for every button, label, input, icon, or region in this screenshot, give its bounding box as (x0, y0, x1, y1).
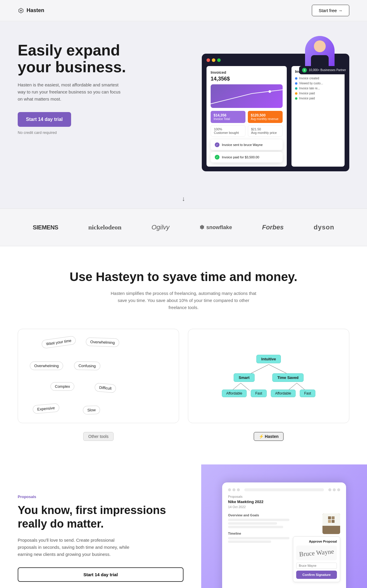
mockup-section1: Overview and Goals (228, 513, 289, 517)
svg-line-5 (269, 364, 286, 373)
logo-icon (18, 7, 24, 14)
mockup-left-content: Overview and Goals Timeline (228, 513, 289, 586)
stat-row: $14,356 Invoice Total $120,500 Avg month… (211, 111, 283, 123)
tag-overwhelming-1: Overwhelming (86, 337, 119, 347)
signature-input[interactable] (296, 563, 337, 569)
tree-diagram: Intuitive Smart Time Saved (222, 355, 316, 397)
tree-root: Intuitive (256, 355, 281, 363)
mockup-dots-sm (228, 488, 340, 491)
stat-small-row: 100% Customer bought $21.50 Avg monthly … (211, 125, 283, 137)
track-item-3: Invoice late re... (295, 87, 341, 90)
mock-line-2 (228, 522, 277, 525)
middle-title: Use Hasteyn to syave time and money. (18, 270, 349, 284)
invoice-tracker: Invoice Tracker Invoice created Viewed b… (291, 66, 345, 167)
chart-area (211, 84, 283, 108)
brand-snowflake: ❄ snowflake (199, 224, 232, 231)
hero-title: Easily expand your business. (18, 42, 142, 75)
hero-left: Easily expand your business. Hasten is t… (18, 42, 142, 135)
approve-card: Approve Proposal Bruce Wayne Confirm Sig… (293, 536, 340, 582)
mock-url-bar (244, 488, 324, 491)
business-badge: $ 10,000+ Businesses Partner (299, 66, 349, 74)
comparison-labels: Other tools ⚡ Hasten (18, 432, 349, 441)
arrow-down: ↓ (0, 189, 367, 208)
hasten-card: Intuitive Smart Time Saved (188, 329, 349, 423)
start-free-button[interactable]: Start free → (312, 5, 349, 16)
hero-cta-button[interactable]: Start 14 day trial (18, 112, 71, 127)
mock-dot-6 (337, 488, 340, 491)
brand-forbes: Forbes (262, 224, 284, 231)
tag-difficult: Difficult (94, 383, 117, 393)
hasten-logo-icon: ⚡ (259, 434, 265, 439)
tree-fast-2: Fast (300, 390, 315, 397)
mockup-title: Nike Maekting 2022 (228, 500, 340, 504)
invoiced-panel: Invoiced 14,356$ (207, 66, 287, 167)
navigation: Hasten Start free → (0, 0, 367, 21)
stat-sm-1: 100% Customer bought (211, 125, 245, 137)
tag-slow: Slow (83, 405, 100, 415)
tree-time-saved: Time Saved (272, 373, 304, 382)
track-label-4: Invoice paid (299, 92, 315, 95)
stat-box-purple: $14,356 Invoice Total (211, 111, 245, 123)
mock-dot-2 (232, 488, 235, 491)
dot-green (217, 58, 221, 62)
tree-affordable-2: Affordable (271, 390, 296, 397)
hero-subtitle: Hasten is the easiest, most affordable a… (18, 81, 124, 103)
tag-overwhelming-2: Overwhelming (30, 362, 63, 370)
track-item-2: Viewed by custo... (295, 82, 341, 85)
confirm-signature-button[interactable]: Confirm Signature (296, 571, 337, 579)
brand-nickelodeon: nickelodeon (88, 224, 121, 231)
proposals-right: Proposals Nike Maekting 2022 14 Oct 2022… (201, 464, 367, 588)
mockup-content: Overview and Goals Timeline (228, 513, 340, 586)
snowflake-icon: ❄ (199, 224, 204, 231)
tag-wast: Wast your time (41, 336, 76, 349)
proposals-cta-button[interactable]: Start 14 day trial (18, 567, 184, 582)
mockup-thumbnail (322, 513, 340, 534)
brand-dyson: dyson (314, 224, 334, 231)
signature-line: Bruce Wayne (299, 548, 334, 558)
notif-check-icon: ✓ (215, 142, 219, 147)
track-dot-1 (295, 77, 297, 80)
svg-line-4 (251, 364, 269, 373)
signature-area: Bruce Wayne (296, 546, 337, 560)
approve-title: Approve Proposal (296, 540, 337, 543)
tag-expensive: Expensive (32, 403, 60, 414)
hero-right: $ 10,000+ Businesses Partner Invoiced 14… (142, 42, 349, 171)
track-label-5: Invoice paid (299, 97, 315, 100)
tag-complex: Complex (50, 382, 74, 391)
mock-dot-4 (328, 488, 331, 491)
dot-yellow (212, 58, 215, 62)
notif-paid-icon: ✓ (215, 155, 219, 160)
proposals-left: Proposals You know, first impressions re… (0, 464, 201, 588)
track-item-5: Invoice paid (295, 97, 341, 100)
hasten-label[interactable]: ⚡ Hasten (254, 432, 284, 441)
stat-sm-2: $21.50 Avg monthly price (248, 125, 283, 137)
invoice-amount: 14,356$ (211, 76, 283, 82)
mockup-right-content: Approve Proposal Bruce Wayne Confirm Sig… (293, 513, 340, 586)
comparison-section: Wast your time Overwhelming Overwhelming… (18, 329, 349, 423)
track-label-3: Invoice late re... (299, 87, 320, 90)
person-badge: $ 10,000+ Businesses Partner (305, 36, 335, 71)
middle-subtitle: Hasten simplifies the process of freelan… (110, 290, 257, 311)
notification-paid: ✓ Invoice paid for $3,500.00 (211, 152, 283, 162)
track-dot-3 (295, 87, 297, 90)
invoiced-label: Invoiced (211, 70, 283, 75)
track-dot-5 (295, 97, 297, 100)
proposals-title: You know, first impressions really do ma… (18, 504, 184, 530)
tree-smart: Smart (234, 373, 255, 382)
mockup-section2: Timeline (228, 532, 289, 535)
tag-confusing: Confusing (74, 361, 100, 370)
svg-point-3 (268, 90, 271, 93)
mock-line-5 (228, 541, 271, 543)
tree-fast-1: Fast (251, 390, 266, 397)
other-tools-label[interactable]: Other tools (83, 432, 113, 441)
logo-text: Hasten (27, 7, 44, 14)
track-label-1: Invoice created (299, 77, 319, 80)
mock-line-3 (228, 526, 283, 528)
mock-line-4 (228, 537, 289, 539)
logo: Hasten (18, 7, 44, 14)
track-dot-2 (295, 82, 297, 85)
track-dot-4 (295, 92, 297, 95)
mock-proposals-label: Proposals (228, 495, 340, 498)
mock-line-1 (228, 519, 289, 521)
badge-dollar-icon: $ (302, 68, 307, 73)
